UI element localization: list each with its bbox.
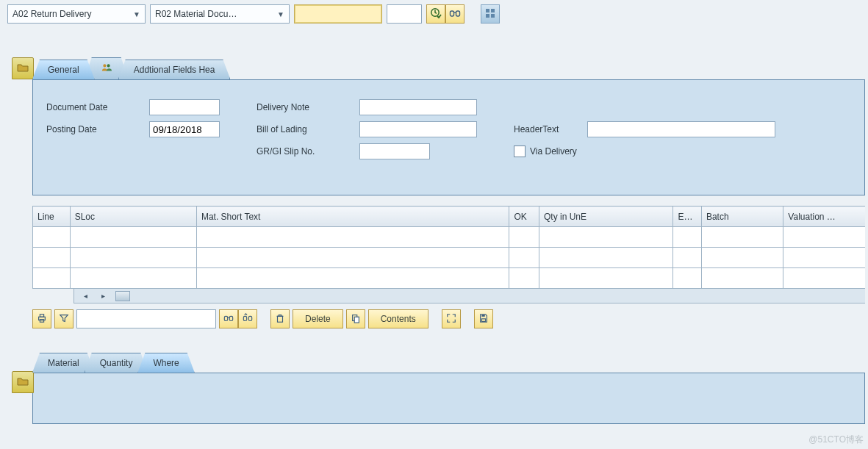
tab-general-label: General — [48, 65, 79, 75]
reference-doc-value: R02 Material Docu… — [155, 9, 237, 19]
overview-button[interactable] — [481, 4, 500, 24]
item-collapse-toggle[interactable] — [12, 371, 34, 393]
item-detail-panel — [32, 373, 865, 424]
col-batch[interactable]: Batch — [701, 206, 783, 227]
label-gr-gi-slip: GR/GI Slip No. — [257, 146, 359, 157]
tab-additional-fields[interactable]: Addtional Fields Hea — [118, 60, 231, 79]
chevron-down-icon: ▼ — [133, 10, 140, 18]
item-tabstrip: Material Quantity Where — [32, 351, 868, 373]
tab-where[interactable]: Where — [137, 353, 194, 373]
trash-icon — [275, 313, 285, 326]
year-input[interactable] — [387, 4, 422, 24]
filter-button[interactable] — [54, 309, 73, 328]
binoculars-next-icon — [243, 313, 253, 326]
tab-quantity-label: Quantity — [100, 358, 133, 368]
svg-rect-19 — [481, 318, 485, 321]
grid-icon — [485, 8, 495, 21]
item-grid[interactable]: Line SLoc Mat. Short Text OK Qty in UnE … — [32, 206, 865, 289]
svg-rect-16 — [278, 316, 283, 322]
execute-button[interactable] — [426, 4, 445, 24]
field-columns: Document Date Posting Date Delivery Note… — [46, 96, 851, 162]
svg-rect-20 — [481, 315, 484, 317]
svg-rect-12 — [224, 316, 227, 320]
col-line[interactable]: Line — [33, 206, 71, 227]
expand-button[interactable] — [442, 309, 461, 328]
svg-rect-3 — [486, 9, 489, 12]
grid-horizontal-scrollbar[interactable]: ◂ ▸ — [73, 289, 865, 303]
filter-icon — [59, 313, 69, 326]
header-collapse-toggle[interactable] — [12, 57, 34, 79]
svg-rect-2 — [456, 11, 460, 16]
input-header-text[interactable] — [587, 121, 775, 137]
scroll-right-icon[interactable]: ▸ — [98, 291, 108, 301]
label-document-date: Document Date — [46, 102, 149, 112]
col-valuation[interactable]: Valuation … — [783, 206, 865, 227]
chevron-down-icon: ▼ — [277, 10, 284, 18]
svg-rect-13 — [229, 316, 232, 320]
col-ok[interactable]: OK — [509, 206, 539, 227]
grid-search-input[interactable] — [76, 309, 216, 328]
scroll-thumb[interactable] — [115, 291, 130, 301]
trash-button[interactable] — [270, 309, 290, 328]
col-sloc[interactable]: SLoc — [70, 206, 196, 227]
svg-rect-5 — [486, 14, 489, 18]
svg-rect-10 — [40, 314, 43, 317]
svg-rect-4 — [491, 9, 495, 12]
binoculars-icon — [223, 313, 234, 326]
copy-icon — [351, 313, 361, 326]
item-grid-wrap: Line SLoc Mat. Short Text OK Qty in UnE … — [32, 206, 865, 303]
item-toolbar: Delete Contents — [32, 309, 868, 328]
delete-button[interactable]: Delete — [293, 309, 343, 328]
contents-button-label: Contents — [381, 314, 416, 324]
label-bill-of-lading: Bill of Lading — [257, 124, 359, 134]
top-toolbar: A02 Return Delivery ▼ R02 Material Docu…… — [0, 0, 868, 28]
reference-doc-dropdown[interactable]: R02 Material Docu… ▼ — [150, 4, 290, 24]
find-button[interactable] — [445, 4, 465, 24]
col-mat-short[interactable]: Mat. Short Text — [196, 206, 509, 227]
doc-number-input[interactable] — [294, 4, 382, 24]
label-header-text: HeaderText — [514, 124, 587, 134]
tab-general[interactable]: General — [32, 60, 95, 79]
watermark: @51CTO博客 — [808, 434, 864, 446]
save-icon — [478, 313, 489, 326]
tab-quantity[interactable]: Quantity — [85, 353, 148, 373]
svg-rect-11 — [40, 319, 43, 322]
contents-button[interactable]: Contents — [368, 309, 428, 328]
svg-rect-6 — [491, 14, 495, 18]
printer-icon — [37, 313, 47, 326]
copy-button[interactable] — [346, 309, 365, 328]
checkbox-via-delivery[interactable] — [514, 146, 526, 157]
header-panel: Document Date Posting Date Delivery Note… — [32, 79, 865, 195]
folder-icon — [17, 376, 29, 389]
table-row[interactable] — [33, 268, 866, 289]
table-row[interactable] — [33, 227, 866, 248]
input-gr-gi-slip[interactable] — [359, 143, 430, 159]
expand-icon — [446, 313, 456, 326]
people-icon — [101, 65, 112, 75]
transaction-type-value: A02 Return Delivery — [12, 9, 91, 19]
tab-additional-label: Addtional Fields Hea — [134, 65, 215, 75]
transaction-type-dropdown[interactable]: A02 Return Delivery ▼ — [7, 4, 146, 24]
col-qty[interactable]: Qty in UnE — [539, 206, 673, 227]
find-next-button[interactable] — [238, 309, 257, 328]
tab-where-label: Where — [153, 358, 179, 368]
tab-material[interactable]: Material — [32, 353, 95, 373]
input-posting-date[interactable] — [149, 121, 220, 137]
header-tabstrip: General Addtional Fields Hea — [32, 57, 868, 79]
binoculars-icon — [449, 7, 461, 21]
input-delivery-note[interactable] — [359, 99, 477, 115]
table-row[interactable] — [33, 248, 866, 268]
label-via-delivery: Via Delivery — [530, 146, 577, 157]
label-posting-date: Posting Date — [46, 124, 149, 134]
input-bill-of-lading[interactable] — [359, 121, 477, 137]
delete-button-label: Delete — [305, 314, 331, 324]
svg-rect-1 — [451, 11, 454, 16]
print-button[interactable] — [32, 309, 51, 328]
find-in-grid-button[interactable] — [219, 309, 238, 328]
folder-icon — [17, 62, 29, 76]
input-document-date[interactable] — [149, 99, 220, 115]
col-e[interactable]: E… — [673, 206, 702, 227]
scroll-left-icon[interactable]: ◂ — [80, 291, 90, 301]
save-layout-button[interactable] — [474, 309, 493, 328]
clock-check-icon — [430, 7, 442, 21]
